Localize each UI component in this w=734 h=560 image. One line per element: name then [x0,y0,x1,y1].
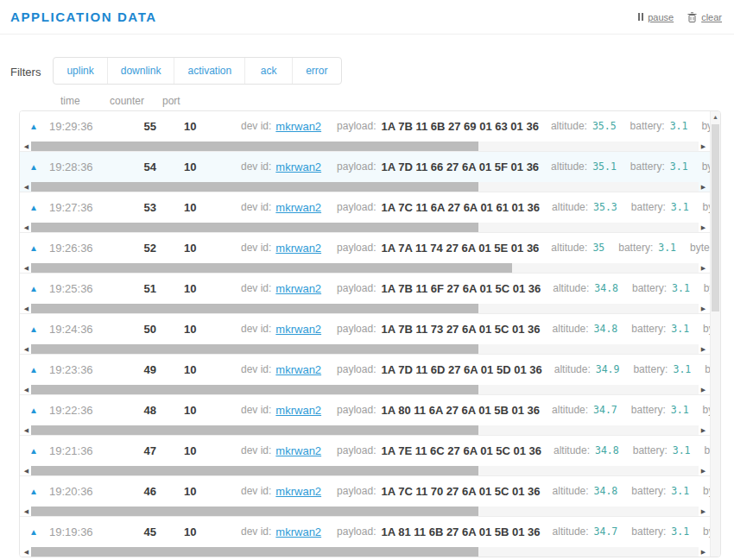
horizontal-scrollbar-thumb[interactable] [31,304,478,313]
scroll-right-icon[interactable]: ▶ [699,141,707,152]
scroll-left-icon[interactable]: ◀ [22,181,30,192]
dev-id-link[interactable]: mkrwan2 [275,242,321,255]
scroll-right-icon[interactable]: ▶ [699,222,707,233]
horizontal-scrollbar[interactable]: ◀ ▶ [20,343,710,355]
horizontal-scrollbar-track[interactable] [31,182,699,192]
payload-label: payload: [337,323,376,335]
table-row[interactable]: ▲ 19:20:36 46 10 dev id: mkrwan2 payload… [20,476,710,517]
table-row[interactable]: ▲ 19:24:36 50 10 dev id: mkrwan2 payload… [20,314,710,355]
filter-activation[interactable]: activation [174,58,245,84]
clear-button[interactable]: clear [687,12,722,22]
battery-label: battery: [631,525,666,538]
scroll-right-icon[interactable]: ▶ [699,465,707,476]
altitude-label: altitude: [553,485,589,497]
dev-id-link[interactable]: mkrwan2 [275,120,321,133]
horizontal-scrollbar-thumb[interactable] [31,263,512,273]
table-row[interactable]: ▲ 19:25:36 51 10 dev id: mkrwan2 payload… [20,274,710,314]
table-row[interactable]: ▲ 19:21:36 47 10 dev id: mkrwan2 payload… [20,436,710,476]
table-row[interactable]: ▲ 19:26:36 52 10 dev id: mkrwan2 payload… [20,233,710,274]
row-port: 10 [184,525,210,538]
horizontal-scrollbar-thumb[interactable] [31,344,478,354]
row-counter: 52 [117,242,156,255]
table-row[interactable]: ▲ 19:28:36 54 10 dev id: mkrwan2 payload… [20,152,710,192]
filter-downlink[interactable]: downlink [108,58,175,84]
horizontal-scrollbar-thumb[interactable] [31,425,478,435]
altitude-label: altitude: [552,201,588,213]
scroll-right-icon[interactable]: ▶ [699,425,707,436]
dev-id-link[interactable]: mkrwan2 [275,404,321,417]
dev-id-link[interactable]: mkrwan2 [275,525,321,538]
scroll-left-icon[interactable]: ◀ [22,546,30,557]
horizontal-scrollbar-track[interactable] [31,507,699,516]
horizontal-scrollbar-track[interactable] [31,547,699,557]
bytes-label: bytes: [703,485,710,497]
vertical-scrollbar-thumb[interactable] [712,124,719,311]
altitude-value: 34.9 [596,363,620,375]
scroll-left-icon[interactable]: ◀ [22,425,30,436]
horizontal-scrollbar-track[interactable] [31,223,699,232]
scroll-left-icon[interactable]: ◀ [22,141,30,152]
horizontal-scrollbar[interactable]: ◀ ▶ [20,262,710,274]
scroll-right-icon[interactable]: ▶ [699,303,707,314]
scroll-right-icon[interactable]: ▶ [699,546,707,557]
horizontal-scrollbar-thumb[interactable] [31,223,478,232]
horizontal-scrollbar[interactable]: ◀ ▶ [20,546,710,557]
dev-id-link[interactable]: mkrwan2 [275,444,321,457]
page-title: APPLICATION DATA [10,9,157,24]
horizontal-scrollbar[interactable]: ◀ ▶ [20,384,710,395]
horizontal-scrollbar-thumb[interactable] [31,547,478,557]
bytes-label: bytes: [703,323,710,335]
horizontal-scrollbar-thumb[interactable] [31,182,478,192]
altitude-value: 34.7 [593,404,617,416]
horizontal-scrollbar[interactable]: ◀ ▶ [20,222,710,233]
horizontal-scrollbar-track[interactable] [31,263,699,273]
scroll-left-icon[interactable]: ◀ [22,222,30,233]
horizontal-scrollbar[interactable]: ◀ ▶ [20,425,710,436]
scroll-left-icon[interactable]: ◀ [22,303,30,314]
table-row[interactable]: ▲ 19:27:36 53 10 dev id: mkrwan2 payload… [20,192,710,233]
scroll-left-icon[interactable]: ◀ [22,262,30,274]
horizontal-scrollbar-thumb[interactable] [31,507,478,516]
horizontal-scrollbar[interactable]: ◀ ▶ [20,303,710,314]
dev-id-link[interactable]: mkrwan2 [275,363,321,376]
dev-id-link[interactable]: mkrwan2 [275,201,321,214]
row-content: ▲ 19:19:36 45 10 dev id: mkrwan2 payload… [20,517,710,546]
dev-id-link[interactable]: mkrwan2 [275,160,321,173]
dev-id-link[interactable]: mkrwan2 [275,323,321,336]
scroll-right-icon[interactable]: ▶ [699,384,707,395]
horizontal-scrollbar-track[interactable] [31,466,699,475]
scroll-left-icon[interactable]: ◀ [22,465,30,476]
table-row[interactable]: ▲ 19:22:36 48 10 dev id: mkrwan2 payload… [20,395,710,436]
horizontal-scrollbar-track[interactable] [31,142,699,151]
scroll-right-icon[interactable]: ▶ [699,343,707,355]
filter-ack[interactable]: ack [245,58,293,84]
horizontal-scrollbar-track[interactable] [31,344,699,354]
horizontal-scrollbar[interactable]: ◀ ▶ [20,141,710,152]
dev-id-link[interactable]: mkrwan2 [275,282,321,295]
horizontal-scrollbar-thumb[interactable] [31,142,478,151]
horizontal-scrollbar[interactable]: ◀ ▶ [20,181,710,192]
horizontal-scrollbar-track[interactable] [31,304,699,313]
scroll-left-icon[interactable]: ◀ [22,343,30,355]
payload-label: payload: [337,160,376,173]
dev-id-link[interactable]: mkrwan2 [275,485,321,498]
table-row[interactable]: ▲ 19:19:36 45 10 dev id: mkrwan2 payload… [20,517,710,557]
filter-uplink[interactable]: uplink [54,58,107,84]
horizontal-scrollbar-track[interactable] [31,385,699,394]
scroll-up-icon[interactable]: ▲ [711,111,720,120]
horizontal-scrollbar[interactable]: ◀ ▶ [20,465,710,476]
horizontal-scrollbar-track[interactable] [31,425,699,435]
table-row[interactable]: ▲ 19:29:36 55 10 dev id: mkrwan2 payload… [20,111,710,152]
pause-button[interactable]: pause [638,12,674,22]
scroll-right-icon[interactable]: ▶ [699,262,707,274]
scroll-left-icon[interactable]: ◀ [22,384,30,395]
filter-error[interactable]: error [293,58,340,84]
vertical-scrollbar[interactable]: ▲ [710,111,720,557]
scroll-right-icon[interactable]: ▶ [699,506,707,517]
scroll-right-icon[interactable]: ▶ [699,181,707,192]
table-row[interactable]: ▲ 19:23:36 49 10 dev id: mkrwan2 payload… [20,355,710,395]
horizontal-scrollbar[interactable]: ◀ ▶ [20,506,710,517]
horizontal-scrollbar-thumb[interactable] [31,385,478,394]
scroll-left-icon[interactable]: ◀ [22,506,30,517]
horizontal-scrollbar-thumb[interactable] [31,466,478,475]
